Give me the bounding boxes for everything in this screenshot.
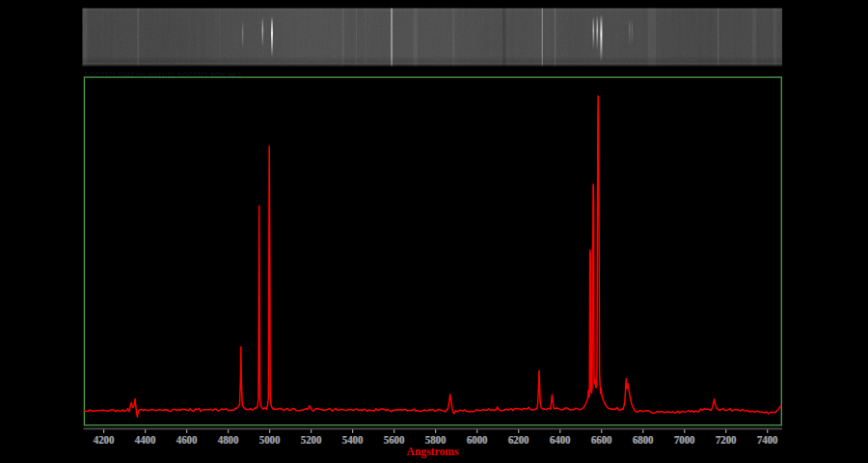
svg-text:6600: 6600	[591, 433, 612, 447]
svg-text:4200: 4200	[94, 433, 115, 447]
svg-text:7200: 7200	[716, 433, 737, 447]
svg-text:4600: 4600	[176, 433, 198, 447]
svg-text:7000: 7000	[674, 433, 695, 447]
svg-text:5600: 5600	[384, 433, 405, 447]
svg-text:6400: 6400	[550, 433, 571, 447]
svg-text:5200: 5200	[301, 433, 322, 447]
svg-text:5800: 5800	[425, 433, 447, 447]
svg-text:5000: 5000	[259, 433, 281, 447]
svg-text:6200: 6200	[508, 433, 529, 447]
svg-text:5400: 5400	[342, 433, 364, 447]
svg-text:4800: 4800	[218, 433, 239, 447]
svg-text:6800: 6800	[633, 433, 654, 447]
svg-text:Angstroms: Angstroms	[407, 446, 459, 458]
svg-text:7400: 7400	[757, 433, 778, 447]
svg-text:6000: 6000	[467, 433, 488, 447]
svg-text:4400: 4400	[135, 433, 156, 447]
